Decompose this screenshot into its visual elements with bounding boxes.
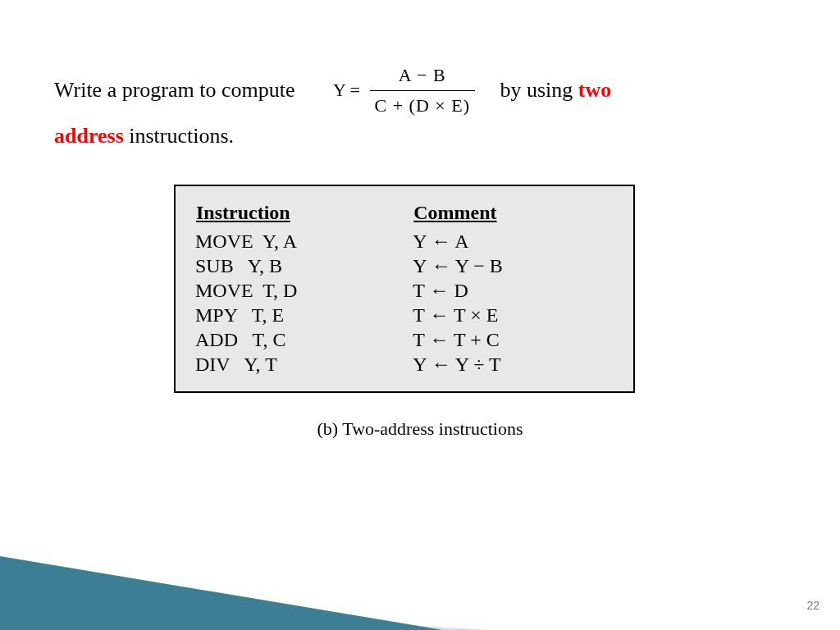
prompt-red-two: two — [578, 78, 611, 102]
wedge-light — [0, 597, 615, 630]
table-row: SUB Y, BY ← Y − B — [195, 253, 614, 278]
table-row: MOVE T, DT ← D — [195, 278, 614, 303]
wedge-teal — [0, 548, 492, 630]
cell-comment: Y ← Y − B — [413, 253, 614, 278]
table-row: DIV Y, TY ← Y ÷ T — [195, 352, 614, 377]
table-header-row: Instruction Comment — [195, 201, 614, 229]
cell-instruction: ADD T, C — [195, 327, 413, 352]
header-comment: Comment — [413, 201, 614, 229]
table-row: MPY T, ET ← T × E — [195, 303, 614, 327]
figure-caption: (b) Two-address instructions — [0, 418, 840, 440]
cell-instruction: MOVE Y, A — [195, 229, 413, 253]
formula-denominator: C + (D × E) — [370, 91, 475, 119]
header-instruction: Instruction — [195, 201, 413, 229]
cell-comment: T ← T + C — [413, 327, 614, 352]
instruction-table-box: Instruction Comment MOVE Y, AY ← ASUB Y,… — [174, 185, 635, 393]
table-row: MOVE Y, AY ← A — [195, 229, 614, 253]
prompt-tail: instructions. — [124, 124, 234, 148]
prompt-text: Write a program to compute Y = A − B C +… — [54, 64, 792, 151]
cell-instruction: MPY T, E — [195, 303, 413, 327]
prompt-by-using: by using — [500, 78, 578, 102]
cell-instruction: SUB Y, B — [195, 253, 413, 278]
cell-comment: T ← D — [413, 278, 614, 303]
table-row: ADD T, CT ← T + C — [195, 327, 614, 352]
decorative-wedge — [0, 507, 840, 630]
slide: Write a program to compute Y = A − B C +… — [0, 0, 840, 630]
cell-instruction: DIV Y, T — [195, 352, 413, 377]
cell-comment: T ← T × E — [413, 303, 614, 327]
formula: Y = A − B C + (D × E) — [333, 62, 475, 119]
formula-lhs: Y = — [333, 80, 360, 100]
cell-comment: Y ← Y ÷ T — [413, 352, 614, 377]
prompt-red-address: address — [54, 124, 124, 148]
wedge-dark — [0, 597, 541, 630]
cell-comment: Y ← A — [413, 229, 614, 253]
cell-instruction: MOVE T, D — [195, 278, 413, 303]
formula-numerator: A − B — [370, 62, 475, 91]
formula-fraction: A − B C + (D × E) — [370, 62, 475, 119]
prompt-part1: Write a program to compute — [54, 78, 295, 102]
page-number: 22 — [806, 599, 819, 612]
instruction-table: Instruction Comment MOVE Y, AY ← ASUB Y,… — [195, 201, 614, 377]
